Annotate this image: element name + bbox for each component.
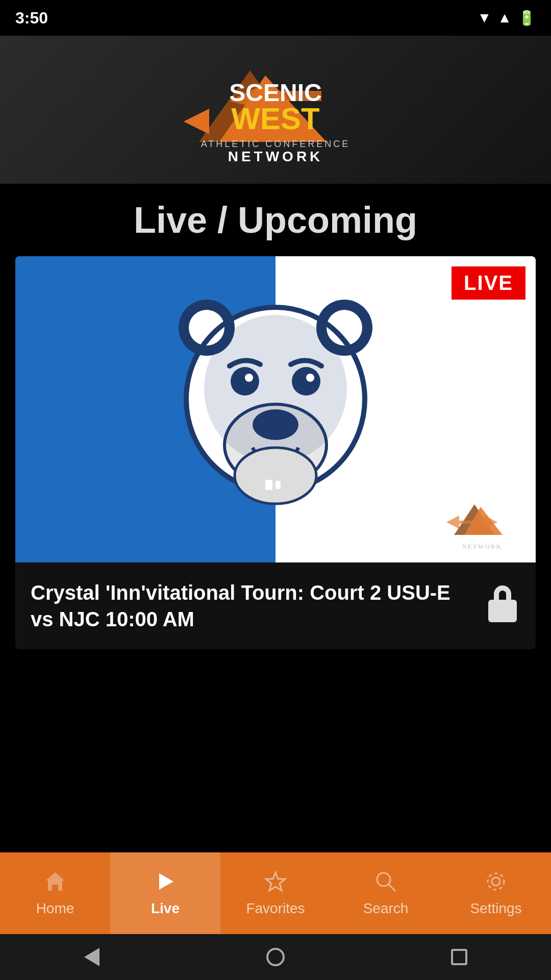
nav-label-home: Home (36, 900, 74, 917)
card-info-bar: Crystal 'Inn'vitational Tourn: Court 2 U… (15, 562, 536, 649)
signal-icon: ▲ (497, 10, 512, 26)
svg-marker-7 (184, 109, 209, 134)
gear-icon (485, 870, 507, 896)
svg-text:NETWORK: NETWORK (462, 543, 502, 550)
recents-button[interactable] (444, 947, 474, 967)
nav-item-live[interactable]: Live (110, 852, 220, 934)
page-title: Live / Upcoming (20, 199, 531, 241)
svg-point-26 (235, 448, 316, 504)
bear-mascot-icon (168, 282, 383, 537)
live-event-card[interactable]: LIVE (15, 256, 536, 649)
back-button[interactable] (77, 947, 107, 967)
status-bar: 3:50 ▼ ▲ 🔋 (0, 0, 551, 36)
card-watermark: SCENIC NETWORK (444, 494, 525, 552)
home-icon (44, 870, 66, 896)
wifi-icon: ▼ (478, 10, 492, 26)
svg-text:WEST: WEST (231, 102, 319, 136)
live-badge: LIVE (452, 266, 525, 300)
svg-text:NETWORK: NETWORK (228, 149, 323, 164)
event-title: Crystal 'Inn'vitational Tourn: Court 2 U… (31, 579, 474, 632)
svg-point-21 (204, 315, 347, 463)
nav-item-favorites[interactable]: Favorites (220, 852, 331, 934)
svg-marker-34 (46, 872, 64, 891)
content-area (0, 654, 551, 852)
svg-point-24 (245, 374, 253, 382)
nav-label-live: Live (151, 900, 180, 917)
search-icon (374, 870, 397, 896)
app-logo: SCENIC WEST ATHLETIC CONFERENCE NETWORK (168, 50, 383, 169)
nav-item-home[interactable]: Home (0, 852, 110, 934)
bottom-navigation: Home Live Favorites Search (0, 852, 551, 934)
nav-item-settings[interactable]: Settings (441, 852, 551, 934)
app-header: SCENIC WEST ATHLETIC CONFERENCE NETWORK (0, 36, 551, 184)
svg-text:ATHLETIC CONFERENCE: ATHLETIC CONFERENCE (201, 139, 350, 149)
svg-line-38 (389, 885, 395, 891)
svg-point-37 (377, 873, 390, 886)
svg-point-22 (231, 367, 259, 396)
star-icon (264, 870, 287, 896)
play-icon (154, 870, 177, 896)
svg-marker-35 (159, 873, 173, 890)
svg-rect-27 (265, 480, 272, 490)
system-navigation-bar (0, 934, 551, 980)
battery-icon: 🔋 (518, 10, 536, 27)
status-icons: ▼ ▲ 🔋 (478, 10, 536, 27)
nav-label-favorites: Favorites (246, 900, 305, 917)
card-image: LIVE (15, 256, 536, 562)
nav-label-search: Search (363, 900, 409, 917)
page-title-bar: Live / Upcoming (0, 184, 551, 251)
svg-point-23 (292, 367, 320, 396)
svg-marker-36 (266, 872, 285, 891)
svg-point-40 (488, 873, 504, 890)
home-button[interactable] (260, 947, 291, 967)
nav-label-settings: Settings (470, 900, 521, 917)
svg-point-39 (492, 877, 500, 886)
time-display: 3:50 (15, 9, 48, 28)
svg-text:SCENIC: SCENIC (469, 535, 494, 543)
svg-point-25 (306, 374, 314, 382)
svg-rect-28 (276, 481, 281, 489)
lock-icon (485, 585, 520, 626)
nav-item-search[interactable]: Search (331, 852, 441, 934)
